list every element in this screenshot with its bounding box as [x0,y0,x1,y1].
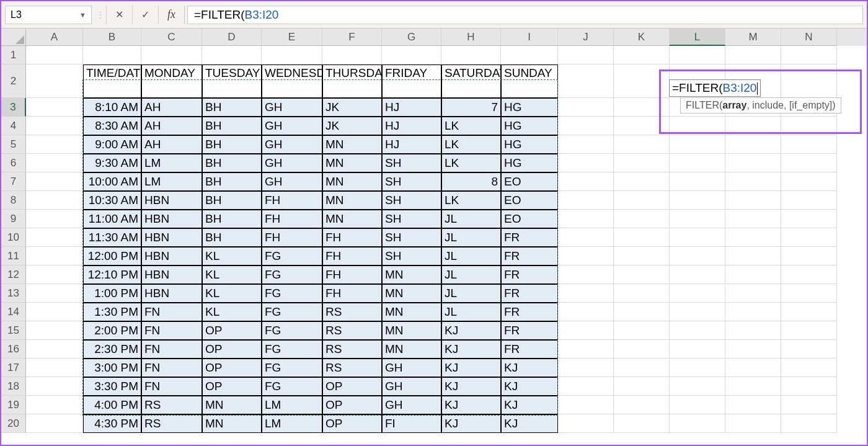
cell-D4[interactable]: BH [202,117,262,135]
cell-A12[interactable] [26,265,83,284]
cell-H7[interactable]: 8 [441,172,501,191]
cancel-icon[interactable]: ✕ [107,6,133,24]
cell-B19[interactable]: 4:00 PM [83,396,141,414]
cell-B17[interactable]: 3:00 PM [83,359,141,377]
cell-K8[interactable] [614,191,670,210]
cell-I12[interactable]: FR [501,265,558,284]
cell-C6[interactable]: LM [141,154,202,172]
cell-F14[interactable]: RS [322,303,382,321]
row-header-1[interactable]: 1 [1,46,26,65]
name-box[interactable]: L3 ▼ [5,6,92,24]
cell-D1[interactable] [202,46,262,65]
cell-J15[interactable] [558,321,614,340]
cell-G12[interactable]: MN [382,265,441,284]
row-header-11[interactable]: 11 [1,247,26,265]
row-header-17[interactable]: 17 [1,359,26,377]
cell-B13[interactable]: 1:00 PM [83,284,141,303]
cell-N1[interactable] [781,46,837,65]
row-header-15[interactable]: 15 [1,321,26,340]
cell-A18[interactable] [26,377,83,396]
cell-A8[interactable] [26,191,83,210]
cell-C17[interactable]: FN [141,359,202,377]
cell-C7[interactable]: LM [141,172,202,191]
cell-I14[interactable]: FR [501,303,558,321]
cell-H6[interactable]: LK [441,154,501,172]
spreadsheet-grid[interactable]: ABCDEFGHIJKLMN 12TIME/DATEMONDAYTUESDAYW… [1,29,867,433]
cell-H8[interactable]: LK [441,191,501,210]
cell-B20[interactable]: 4:30 PM [83,414,141,433]
row-header-3[interactable]: 3 [1,98,26,117]
cell-G16[interactable]: MN [382,340,441,359]
cell-M20[interactable] [725,414,781,433]
cell-H11[interactable]: JL [441,247,501,265]
cell-A1[interactable] [26,46,83,65]
column-header-G[interactable]: G [382,29,441,46]
cell-E13[interactable]: FG [262,284,322,303]
cell-L6[interactable] [670,154,725,172]
cell-M11[interactable] [725,247,781,265]
column-header-H[interactable]: H [441,29,501,46]
cell-F8[interactable]: MN [322,191,382,210]
cell-B18[interactable]: 3:30 PM [83,377,141,396]
cell-D15[interactable]: OP [202,321,262,340]
cell-E4[interactable]: GH [262,117,322,135]
cell-D8[interactable]: BH [202,191,262,210]
cell-B10[interactable]: 11:30 AM [83,228,141,247]
column-header-L[interactable]: L [670,29,725,46]
cell-B5[interactable]: 9:00 AM [83,135,141,154]
column-header-B[interactable]: B [83,29,141,46]
cell-E7[interactable]: GH [262,172,322,191]
cell-B15[interactable]: 2:00 PM [83,321,141,340]
cell-N9[interactable] [781,210,837,228]
column-header-N[interactable]: N [781,29,837,46]
cell-L11[interactable] [670,247,725,265]
cell-E6[interactable]: GH [262,154,322,172]
cell-B6[interactable]: 9:30 AM [83,154,141,172]
cell-F4[interactable]: JK [322,117,382,135]
cell-C1[interactable] [141,46,202,65]
cell-H18[interactable]: KJ [441,377,501,396]
cell-J20[interactable] [558,414,614,433]
cell-E10[interactable]: FH [262,228,322,247]
cell-K5[interactable] [614,135,670,154]
cell-J2[interactable] [558,65,614,98]
cell-I20[interactable]: KJ [501,414,558,433]
cell-G2[interactable]: FRIDAY [382,65,441,98]
cell-K4[interactable] [614,117,670,135]
column-header-K[interactable]: K [614,29,670,46]
column-header-I[interactable]: I [501,29,558,46]
cell-M8[interactable] [725,191,781,210]
cell-L1[interactable] [670,46,725,65]
cell-J19[interactable] [558,396,614,414]
cell-B3[interactable]: 8:10 AM [83,98,141,117]
cell-K2[interactable] [614,65,670,98]
cell-A4[interactable] [26,117,83,135]
cell-L13[interactable] [670,284,725,303]
cell-I9[interactable]: EO [501,210,558,228]
cell-D11[interactable]: KL [202,247,262,265]
cell-N18[interactable] [781,377,837,396]
cell-C19[interactable]: RS [141,396,202,414]
cell-A6[interactable] [26,154,83,172]
cell-K11[interactable] [614,247,670,265]
cell-J9[interactable] [558,210,614,228]
cell-A2[interactable] [26,65,83,98]
cell-K3[interactable] [614,98,670,117]
cell-E18[interactable]: FG [262,377,322,396]
cell-N11[interactable] [781,247,837,265]
cell-F13[interactable]: FH [322,284,382,303]
cell-I15[interactable]: FR [501,321,558,340]
cell-K19[interactable] [614,396,670,414]
cell-F20[interactable]: OP [322,414,382,433]
row-header-18[interactable]: 18 [1,377,26,396]
cell-G19[interactable]: GH [382,396,441,414]
cell-L8[interactable] [670,191,725,210]
cell-H17[interactable]: KJ [441,359,501,377]
cell-D5[interactable]: BH [202,135,262,154]
cell-I7[interactable]: EO [501,172,558,191]
cell-L19[interactable] [670,396,725,414]
cell-J8[interactable] [558,191,614,210]
cell-N16[interactable] [781,340,837,359]
cell-N13[interactable] [781,284,837,303]
cell-N10[interactable] [781,228,837,247]
